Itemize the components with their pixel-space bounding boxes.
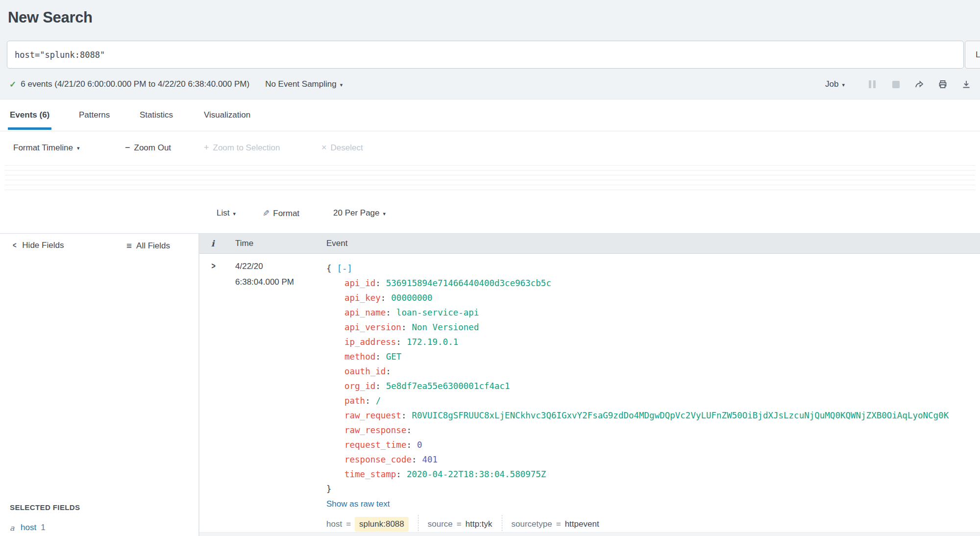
pause-button[interactable] <box>866 78 878 90</box>
json-line-api_version[interactable]: api_version:Non Versioned <box>326 320 980 335</box>
json-key: org_id <box>344 381 375 391</box>
job-menu-button[interactable]: Job ▾ <box>825 79 845 89</box>
json-line-path[interactable]: path:/ <box>326 393 980 408</box>
json-key: time_stamp <box>344 469 396 479</box>
json-key: method <box>344 352 375 362</box>
colon: : <box>412 455 417 464</box>
format-timeline-dropdown[interactable]: Format Timeline ▾ <box>13 131 79 164</box>
pause-icon <box>869 80 876 88</box>
hide-fields-button[interactable]: < Hide Fields <box>12 241 64 250</box>
per-page-dropdown[interactable]: 20 Per Page ▾ <box>333 208 386 218</box>
event-sampling-dropdown[interactable]: No Event Sampling ▾ <box>265 79 343 89</box>
show-raw-text-link[interactable]: Show as raw text <box>326 497 390 512</box>
tab-statistics[interactable]: Statistics <box>140 99 173 131</box>
json-key: oauth_id <box>344 366 386 376</box>
meta-label-host: host <box>326 519 342 529</box>
all-fields-button[interactable]: ≡ All Fields <box>126 241 170 251</box>
job-label: Job <box>825 79 838 89</box>
json-line-ip_address[interactable]: ip_address:172.19.0.1 <box>326 335 980 349</box>
format-results-button[interactable]: ✎ Format <box>263 208 299 219</box>
json-value: loan-service-api <box>396 308 479 317</box>
colon: : <box>386 366 391 376</box>
time-range-button[interactable]: L <box>965 41 980 69</box>
zoom-out-button[interactable]: − Zoom Out <box>125 131 171 164</box>
events-summary: 6 events (4/21/20 6:00:00.000 PM to 4/22… <box>21 79 249 89</box>
stop-button[interactable] <box>890 78 902 90</box>
format-results-label: Format <box>273 209 299 219</box>
download-button[interactable] <box>960 78 972 90</box>
colon: : <box>375 381 381 391</box>
colon: : <box>375 278 381 288</box>
equals-sign: = <box>457 519 462 529</box>
list-icon: ≡ <box>126 241 132 251</box>
tab-events[interactable]: Events (6) <box>10 99 49 131</box>
chevron-down-icon: ▾ <box>340 82 343 88</box>
print-button[interactable] <box>937 78 949 90</box>
info-column-header: i <box>211 234 214 253</box>
check-icon: ✓ <box>9 79 16 90</box>
tab-visualization[interactable]: Visualization <box>204 99 250 131</box>
json-key: raw_response <box>344 425 406 435</box>
equals-sign: = <box>556 519 561 529</box>
json-value: 2020-04-22T18:38:04.580975Z <box>407 469 546 479</box>
tab-patterns[interactable]: Patterns <box>79 99 110 131</box>
timeline-gridline <box>5 170 975 171</box>
zoom-to-selection-label: Zoom to Selection <box>213 143 280 153</box>
colon: : <box>396 337 401 347</box>
json-line-api_key[interactable]: api_key:00000000 <box>326 291 980 305</box>
selected-fields-heading: SELECTED FIELDS <box>10 503 80 512</box>
json-line-response_code[interactable]: response_code:401 <box>326 452 980 467</box>
json-line-raw_request[interactable]: raw_request:R0VUIC8gSFRUUC8xLjENCkhvc3Q6… <box>326 408 980 423</box>
timeline-gridline <box>5 190 975 190</box>
event-date: 4/22/20 <box>235 259 294 274</box>
deselect-button[interactable]: × Deselect <box>321 131 363 164</box>
tab-events-label: Events (6) <box>10 110 49 120</box>
json-line-time_stamp[interactable]: time_stamp:2020-04-22T18:38:04.580975Z <box>326 467 980 482</box>
json-line-api_id[interactable]: api_id:536915894e71466440400d3ce963cb5c <box>326 276 980 291</box>
event-column-header: Event <box>326 234 347 253</box>
json-key: path <box>344 396 365 406</box>
next-row-edge <box>199 532 980 536</box>
print-icon <box>938 79 948 89</box>
pencil-icon: ✎ <box>263 208 270 219</box>
list-view-dropdown[interactable]: List ▾ <box>217 208 236 218</box>
json-line-raw_response[interactable]: raw_response: <box>326 423 980 438</box>
json-line-method[interactable]: method:GET <box>326 349 980 364</box>
field-type-icon: a <box>10 523 21 533</box>
timeline-gridline <box>5 185 975 185</box>
json-line-org_id[interactable]: org_id:5e8df7ea55e6300001cf4ac1 <box>326 379 980 393</box>
page-title: New Search <box>8 9 93 26</box>
event-timeline-chart[interactable] <box>0 164 980 194</box>
download-icon <box>961 79 971 89</box>
expand-event-chevron[interactable]: > <box>211 261 215 271</box>
share-button[interactable] <box>913 78 925 90</box>
zoom-out-label: Zoom Out <box>134 143 172 153</box>
format-timeline-label: Format Timeline <box>13 143 73 153</box>
close-brace: } <box>326 484 332 494</box>
equals-sign: = <box>346 519 351 529</box>
meta-value-host[interactable]: splunk:8088 <box>355 517 409 532</box>
json-open-line: {[-] <box>326 261 980 276</box>
json-key: ip_address <box>344 337 396 347</box>
chevron-down-icon: ▾ <box>233 211 236 217</box>
meta-label-source: source <box>428 519 453 529</box>
colon: : <box>396 469 401 479</box>
json-line-api_name[interactable]: api_name:loan-service-api <box>326 305 980 320</box>
meta-value-sourcetype[interactable]: httpevent <box>565 519 599 529</box>
search-header: New Search L ✓ 6 events (4/21/20 6:00:00… <box>0 0 980 99</box>
colon: : <box>381 293 386 303</box>
tab-statistics-label: Statistics <box>140 110 173 120</box>
field-item-host[interactable]: a host 1 <box>10 520 46 535</box>
minus-icon: − <box>125 143 130 153</box>
field-count: 1 <box>41 523 45 533</box>
json-key: raw_request <box>344 411 401 420</box>
json-key: response_code <box>344 455 412 464</box>
json-line-oauth_id[interactable]: oauth_id: <box>326 364 980 379</box>
timeline-controls: Format Timeline ▾ − Zoom Out + Zoom to S… <box>0 131 980 164</box>
json-line-request_time[interactable]: request_time:0 <box>326 438 980 452</box>
collapse-json-link[interactable]: [-] <box>337 264 353 273</box>
meta-value-source[interactable]: http:tyk <box>466 519 492 529</box>
fields-sidebar-header: < Hide Fields ≡ All Fields <box>0 241 198 254</box>
zoom-to-selection-button[interactable]: + Zoom to Selection <box>204 131 280 164</box>
search-input[interactable] <box>7 41 964 69</box>
